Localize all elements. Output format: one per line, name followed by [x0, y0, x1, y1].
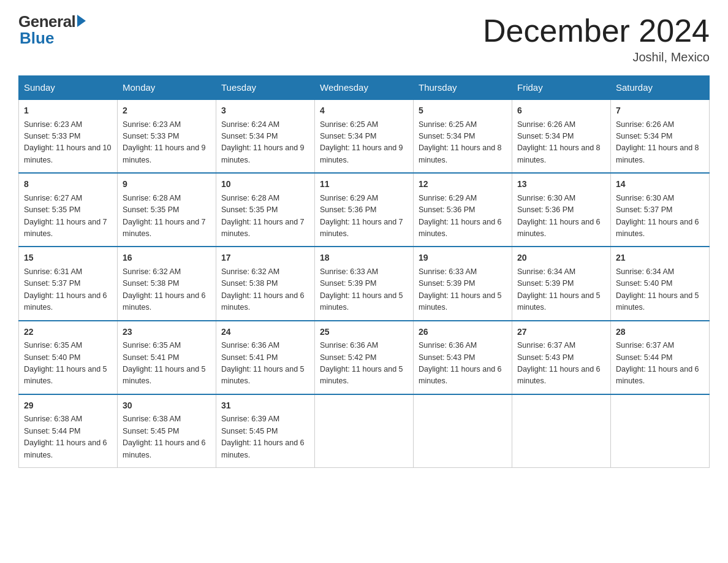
daylight-text: Daylight: 11 hours and 9 minutes.: [221, 144, 305, 164]
daylight-text: Daylight: 11 hours and 7 minutes.: [320, 218, 403, 238]
sunrise-text: Sunrise: 6:33 AM: [419, 267, 477, 276]
sunrise-text: Sunrise: 6:30 AM: [517, 194, 575, 202]
daylight-text: Daylight: 11 hours and 6 minutes.: [517, 218, 601, 238]
calendar-cell: [414, 394, 512, 468]
calendar-week-row: 1Sunrise: 6:23 AMSunset: 5:33 PMDaylight…: [19, 99, 710, 173]
day-number: 14: [616, 178, 704, 191]
day-number: 24: [221, 326, 309, 339]
daylight-text: Daylight: 11 hours and 9 minutes.: [123, 144, 206, 164]
daylight-text: Daylight: 11 hours and 5 minutes.: [24, 365, 107, 385]
calendar-week-row: 22Sunrise: 6:35 AMSunset: 5:40 PMDayligh…: [19, 321, 710, 394]
sunrise-text: Sunrise: 6:27 AM: [24, 194, 82, 202]
calendar-cell: 16Sunrise: 6:32 AMSunset: 5:38 PMDayligh…: [118, 247, 216, 320]
sunrise-text: Sunrise: 6:28 AM: [123, 194, 181, 202]
sunrise-text: Sunrise: 6:38 AM: [123, 415, 181, 423]
sunset-text: Sunset: 5:35 PM: [24, 205, 80, 214]
sunrise-text: Sunrise: 6:24 AM: [221, 120, 279, 129]
page-header: General Blue December 2024 Joshil, Mexic…: [18, 12, 710, 64]
sunset-text: Sunset: 5:34 PM: [616, 132, 672, 140]
calendar-week-row: 8Sunrise: 6:27 AMSunset: 5:35 PMDaylight…: [19, 173, 710, 247]
calendar-cell: 6Sunrise: 6:26 AMSunset: 5:34 PMDaylight…: [512, 99, 611, 173]
day-number: 26: [419, 326, 507, 339]
daylight-text: Daylight: 11 hours and 8 minutes.: [419, 144, 502, 164]
sunrise-text: Sunrise: 6:36 AM: [419, 341, 477, 350]
title-block: December 2024 Joshil, Mexico: [483, 12, 710, 64]
sunset-text: Sunset: 5:37 PM: [616, 205, 672, 214]
month-title: December 2024: [483, 12, 710, 49]
calendar-cell: 19Sunrise: 6:33 AMSunset: 5:39 PMDayligh…: [414, 247, 512, 320]
day-number: 12: [419, 178, 507, 191]
sunset-text: Sunset: 5:41 PM: [123, 353, 179, 362]
daylight-text: Daylight: 11 hours and 6 minutes.: [123, 291, 206, 312]
sunset-text: Sunset: 5:40 PM: [616, 279, 672, 288]
calendar-cell: 13Sunrise: 6:30 AMSunset: 5:36 PMDayligh…: [512, 173, 611, 247]
sunrise-text: Sunrise: 6:36 AM: [320, 341, 378, 350]
logo-triangle-icon: [77, 15, 86, 27]
sunset-text: Sunset: 5:36 PM: [419, 205, 475, 214]
calendar-week-row: 15Sunrise: 6:31 AMSunset: 5:37 PMDayligh…: [19, 247, 710, 320]
day-number: 3: [221, 104, 309, 118]
daylight-text: Daylight: 11 hours and 5 minutes.: [123, 365, 206, 385]
sunrise-text: Sunrise: 6:32 AM: [221, 267, 279, 276]
weekday-header-wednesday: Wednesday: [315, 76, 414, 100]
daylight-text: Daylight: 11 hours and 5 minutes.: [517, 291, 601, 312]
weekday-header-tuesday: Tuesday: [216, 76, 315, 100]
calendar-cell: 17Sunrise: 6:32 AMSunset: 5:38 PMDayligh…: [216, 247, 315, 320]
sunrise-text: Sunrise: 6:35 AM: [24, 341, 82, 350]
day-number: 2: [123, 104, 211, 118]
weekday-header-thursday: Thursday: [414, 76, 512, 100]
sunset-text: Sunset: 5:40 PM: [24, 353, 80, 362]
calendar-cell: 3Sunrise: 6:24 AMSunset: 5:34 PMDaylight…: [216, 99, 315, 173]
calendar-table: SundayMondayTuesdayWednesdayThursdayFrid…: [18, 75, 710, 468]
calendar-cell: 11Sunrise: 6:29 AMSunset: 5:36 PMDayligh…: [315, 173, 414, 247]
sunrise-text: Sunrise: 6:25 AM: [419, 120, 477, 129]
calendar-cell: 4Sunrise: 6:25 AMSunset: 5:34 PMDaylight…: [315, 99, 414, 173]
daylight-text: Daylight: 11 hours and 6 minutes.: [616, 365, 699, 385]
daylight-text: Daylight: 11 hours and 6 minutes.: [24, 439, 107, 459]
daylight-text: Daylight: 11 hours and 7 minutes.: [24, 218, 107, 238]
calendar-cell: 20Sunrise: 6:34 AMSunset: 5:39 PMDayligh…: [512, 247, 611, 320]
daylight-text: Daylight: 11 hours and 7 minutes.: [123, 218, 206, 238]
daylight-text: Daylight: 11 hours and 6 minutes.: [419, 218, 502, 238]
calendar-cell: 7Sunrise: 6:26 AMSunset: 5:34 PMDaylight…: [611, 99, 710, 173]
daylight-text: Daylight: 11 hours and 5 minutes.: [221, 365, 305, 385]
calendar-cell: 5Sunrise: 6:25 AMSunset: 5:34 PMDaylight…: [414, 99, 512, 173]
calendar-cell: 18Sunrise: 6:33 AMSunset: 5:39 PMDayligh…: [315, 247, 414, 320]
day-number: 20: [517, 251, 605, 265]
calendar-week-row: 29Sunrise: 6:38 AMSunset: 5:44 PMDayligh…: [19, 394, 710, 468]
sunset-text: Sunset: 5:43 PM: [517, 353, 574, 362]
sunset-text: Sunset: 5:36 PM: [320, 205, 376, 214]
daylight-text: Daylight: 11 hours and 6 minutes.: [419, 365, 502, 385]
calendar-cell: 23Sunrise: 6:35 AMSunset: 5:41 PMDayligh…: [118, 321, 216, 394]
day-number: 9: [123, 178, 211, 191]
calendar-cell: 29Sunrise: 6:38 AMSunset: 5:44 PMDayligh…: [19, 394, 118, 468]
daylight-text: Daylight: 11 hours and 6 minutes.: [221, 291, 305, 312]
daylight-text: Daylight: 11 hours and 6 minutes.: [24, 291, 107, 312]
sunrise-text: Sunrise: 6:34 AM: [517, 267, 575, 276]
sunrise-text: Sunrise: 6:28 AM: [221, 194, 279, 202]
calendar-cell: 8Sunrise: 6:27 AMSunset: 5:35 PMDaylight…: [19, 173, 118, 247]
calendar-cell: 27Sunrise: 6:37 AMSunset: 5:43 PMDayligh…: [512, 321, 611, 394]
daylight-text: Daylight: 11 hours and 6 minutes.: [616, 218, 699, 238]
calendar-cell: [512, 394, 611, 468]
day-number: 11: [320, 178, 408, 191]
sunset-text: Sunset: 5:39 PM: [419, 279, 475, 288]
sunrise-text: Sunrise: 6:29 AM: [419, 194, 477, 202]
sunset-text: Sunset: 5:33 PM: [123, 132, 179, 140]
logo-blue-text: Blue: [20, 29, 54, 48]
calendar-cell: 24Sunrise: 6:36 AMSunset: 5:41 PMDayligh…: [216, 321, 315, 394]
calendar-cell: 9Sunrise: 6:28 AMSunset: 5:35 PMDaylight…: [118, 173, 216, 247]
sunrise-text: Sunrise: 6:35 AM: [123, 341, 181, 350]
calendar-cell: 1Sunrise: 6:23 AMSunset: 5:33 PMDaylight…: [19, 99, 118, 173]
sunset-text: Sunset: 5:34 PM: [517, 132, 574, 140]
day-number: 4: [320, 104, 408, 118]
day-number: 31: [221, 399, 309, 413]
day-number: 29: [24, 399, 112, 413]
sunset-text: Sunset: 5:45 PM: [221, 427, 278, 435]
calendar-cell: 22Sunrise: 6:35 AMSunset: 5:40 PMDayligh…: [19, 321, 118, 394]
daylight-text: Daylight: 11 hours and 8 minutes.: [517, 144, 601, 164]
sunrise-text: Sunrise: 6:26 AM: [616, 120, 674, 129]
sunset-text: Sunset: 5:45 PM: [123, 427, 179, 435]
calendar-cell: [315, 394, 414, 468]
day-number: 10: [221, 178, 309, 191]
